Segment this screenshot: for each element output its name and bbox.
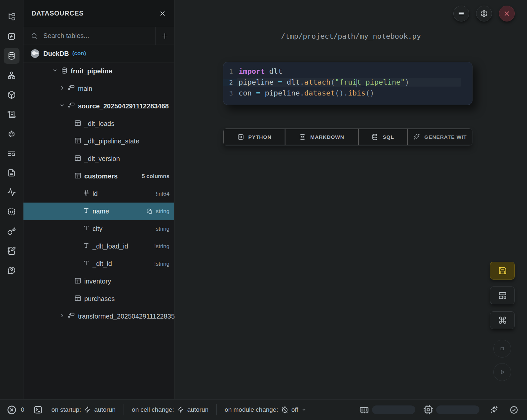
shutdown-button[interactable] [499,6,515,21]
tree-row-fruit_pipeline[interactable]: fruit_pipeline [23,62,174,80]
duckdb-logo-icon [30,49,40,58]
tree-row-label: city [93,225,102,233]
runtime-config-autorun-1[interactable]: on cell change:autorun [132,406,208,413]
table-icon [74,155,81,162]
tree-row-label: fruit_pipeline [71,67,112,75]
scroll-icon [7,110,16,119]
schema-icon [68,85,75,92]
search-input[interactable] [43,32,155,40]
save-button[interactable] [490,262,515,280]
config-label: on startup: [52,406,81,413]
run-all-button[interactable] [493,363,511,381]
column-type-label: 5 columns [142,173,169,180]
tree-row-_dlt_version[interactable]: _dlt_version [23,150,174,168]
code-text: con = pipeline.dataset().ibis() [237,89,461,97]
ai-assist-button[interactable] [488,405,500,414]
tree-row-id[interactable]: id!int64 [23,185,174,203]
shortcuts-button[interactable] [490,311,515,329]
rail-functions-button[interactable] [4,28,19,44]
rail-notes-button[interactable] [4,243,19,259]
layout-button[interactable] [490,286,515,304]
stop-button[interactable] [493,340,511,358]
tree-row-label: main [78,85,92,93]
command-icon [498,316,507,325]
rail-ai-chat-button[interactable] [4,126,19,142]
panel-title: DATASOURCES [31,10,159,17]
tree-row-_dlt_id[interactable]: _dlt_id!string [23,255,174,273]
activity-icon [7,188,16,197]
add-cell-label: MARKDOWN [310,134,344,140]
stop-icon [499,345,506,352]
rail-documentation-button[interactable] [4,106,19,122]
runtime-config-off-2[interactable]: on module change:off [225,406,306,413]
left-icon-rail [0,0,23,399]
tree-row-source_202504291112283468[interactable]: source_202504291112283468 [23,97,174,115]
tree-row-city[interactable]: citystring [23,220,174,238]
type-icon [83,207,90,214]
column-type-label: !string [154,243,169,250]
database-icon [7,52,16,60]
table-search-row [23,27,174,45]
close-panel-button[interactable] [159,10,166,17]
connection-alias: (con) [72,50,86,57]
rail-help-button[interactable] [4,262,19,278]
errors-count: 0 [21,406,24,413]
tree-row-label: _dlt_load_id [93,243,128,250]
tree-row-_dlt_loads[interactable]: _dlt_loads [23,115,174,133]
add-cell-label: GENERATE WIT [424,134,467,140]
notebook-pen-icon [7,247,16,255]
settings-button[interactable] [476,6,492,21]
datasources-panel: DATASOURCES DuckDB (con) fruit_pipelinem… [23,0,174,399]
text-search-icon [7,149,16,158]
datasources-header: DATASOURCES [23,0,174,27]
clock-off-icon [281,406,288,413]
rail-dependency-graph-button[interactable] [4,67,19,83]
tree-row-label: transformed_202504291112283581 [78,313,182,320]
zap-icon [84,406,91,413]
line-number: 1 [223,68,237,75]
table-icon [74,120,81,127]
tree-row-customers[interactable]: customers5 columns [23,168,174,185]
menu-button[interactable] [453,6,469,21]
add-markdown-cell-button[interactable]: MARKDOWN [285,129,358,145]
add-sql-cell-button[interactable]: SQL [358,129,407,145]
rail-snippets-button[interactable] [4,165,19,181]
notebook-canvas: /tmp/project/path/my_notebook.py 1import… [175,0,527,399]
tree-row-label: name [93,208,109,215]
runtime-config-autorun-0[interactable]: on startup:autorun [52,406,116,413]
rail-secrets-button[interactable] [4,223,19,239]
add-database-button[interactable] [156,27,174,45]
rail-file-explorer-button[interactable] [4,9,19,25]
rail-logs-button[interactable] [4,145,19,161]
errors-indicator[interactable]: 0 [7,405,24,415]
config-value: off [291,406,298,413]
rail-scratchpad-button[interactable] [4,204,19,220]
generate-with-ai-button[interactable]: GENERATE WIT [407,129,472,145]
tree-row-_dlt_load_id[interactable]: _dlt_load_id!string [23,238,174,255]
connection-status-button[interactable] [508,405,520,415]
table-icon [74,172,81,179]
tree-row-_dlt_pipeline_state[interactable]: _dlt_pipeline_state [23,133,174,150]
save-icon [498,266,507,275]
markdown-icon [299,134,306,140]
help-circle-icon [7,266,16,275]
rail-datasources-button[interactable] [4,48,19,64]
tree-row-inventory[interactable]: inventory [23,273,174,290]
tree-row-main[interactable]: main [23,80,174,97]
column-type-label: !string [154,261,169,267]
code-cell[interactable]: 1import dlt2pipeline = dlt.attach("fruit… [223,62,472,105]
rail-packages-button[interactable] [4,87,19,103]
tree-row-transformed_202504291112283581[interactable]: transformed_202504291112283581 [23,308,174,325]
rail-tracing-button[interactable] [4,184,19,200]
file-text-icon [7,169,16,177]
x-circle-icon [7,405,17,415]
duckdb-connection-row[interactable]: DuckDB (con) [23,45,174,62]
terminal-button[interactable] [33,405,43,415]
menu-icon [458,10,465,17]
add-python-cell-button[interactable]: PYTHON [223,129,285,145]
config-value: autorun [187,406,208,413]
tree-row-purchases[interactable]: purchases [23,290,174,308]
tree-row-name[interactable]: namestring [23,203,174,220]
chevron-right-icon [59,85,65,91]
status-bar: 0on startup:autorunon cell change:autoru… [0,399,527,420]
